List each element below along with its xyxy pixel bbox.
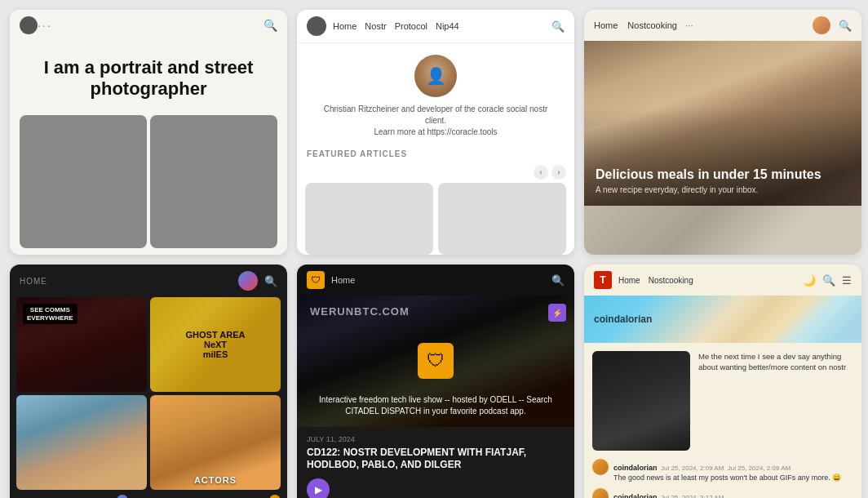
card-ghost-area: HOME 🔍 SEE COMMSEVERYWHERE GHOST AREANeX… (10, 265, 287, 498)
card5-play-row: ▶ (307, 478, 565, 498)
card2-articles-row (297, 183, 574, 255)
card2-featured-label: FEATURED ARTICLES (297, 145, 574, 162)
card4-images-grid: SEE COMMSEVERYWHERE GHOST AREANeXTmilES … (10, 297, 287, 493)
card5-werunbtc-text: WERUNBTC.COM (310, 305, 410, 318)
card6-comment2: coindalorian Jul 25, 2024, 3:12 AM (592, 488, 853, 498)
card2-topbar: Home Nostr Protocol Nip44 🔍 (297, 10, 574, 43)
card2-bio: Christian Ritzcheiner and developer of t… (313, 104, 558, 138)
card2-nav-arrows: ‹ › (297, 162, 574, 183)
card5-purple-badge: ⚡ (548, 304, 566, 322)
card3-nav-nostcooking[interactable]: Nostcooking (627, 20, 677, 30)
card4-topbar: HOME 🔍 (10, 265, 287, 297)
card6-nav: Home Nostcooking (618, 276, 693, 285)
card2-nav-nip44[interactable]: Nip44 (436, 21, 459, 31)
card3-dots[interactable]: ··· (685, 20, 693, 31)
card6-banner-title: coindalorian (594, 313, 652, 325)
card5-episode-date: JULY 11, 2024 (307, 435, 565, 443)
card6-comment1-text: The good news is at least my posts won't… (613, 474, 841, 483)
card2-arrow-right[interactable]: › (551, 165, 566, 180)
card3-topbar: Home Nostcooking ··· 🔍 (584, 10, 861, 41)
card5-hero-text: Interactive freedom tech live show -- ho… (307, 394, 565, 417)
card6-comment2-time-val: Jul 25, 2024, 3:12 AM (661, 494, 724, 498)
card5-topbar: 🛡 Home 🔍 (297, 265, 574, 296)
card2-nav-nostr[interactable]: Nostr (365, 21, 386, 31)
card3-bottom-thumb (584, 206, 861, 255)
card1-image-street (150, 115, 277, 248)
card4-woman-beach (16, 395, 147, 490)
card3-hero-text: Delicious meals in under 15 minutes A ne… (596, 167, 822, 194)
card4-home-label: HOME (20, 277, 47, 286)
card6-comments: coindalorian Jul 25, 2024, 2:09 AM Jul 2… (584, 459, 861, 498)
card4-dark-portrait: SEE COMMSEVERYWHERE (16, 297, 147, 392)
card4-logo-circle (238, 271, 258, 291)
card6-menu-icon[interactable]: ☰ (842, 274, 852, 287)
card4-ghost-sign: GHOST AREANeXTmilES (150, 297, 281, 392)
card6-comment1-avatar (592, 459, 609, 475)
card2-profile-section: 👤 Christian Ritzcheiner and developer of… (297, 43, 574, 145)
card5-play-btn[interactable]: ▶ (307, 478, 330, 498)
card3-hero-image: Delicious meals in under 15 minutes A ne… (584, 41, 861, 206)
card6-nav-home[interactable]: Home (618, 276, 640, 285)
card1-topbar: ··· 🔍 (10, 10, 287, 41)
card5-hero-desc: Interactive freedom tech live show -- ho… (307, 394, 565, 417)
card2-search-icon[interactable]: 🔍 (551, 20, 565, 33)
card2-avatar-face: 👤 (414, 55, 457, 97)
card5-shield-center: 🛡 (418, 343, 454, 379)
card4-astronauts: ACTORS (150, 395, 281, 490)
card2-thumb-snail[interactable] (438, 183, 566, 255)
card6-icons-row: 🌙 🔍 ☰ (803, 274, 852, 287)
card6-content-area: Me the next time I see a dev say anythin… (584, 343, 861, 459)
card2-nav-home[interactable]: Home (333, 21, 356, 31)
card1-image-flood (20, 115, 147, 248)
card1-images-row (10, 109, 287, 255)
card6-comment1-author: coindalorian (613, 464, 658, 472)
card3-nav-home[interactable]: Home (594, 20, 618, 30)
card6-comment1-time-val: Jul 25, 2024, 2:09 AM (728, 465, 790, 472)
card2-arrow-left[interactable]: ‹ (534, 165, 548, 180)
card6-comment2-avatar (592, 488, 609, 498)
card6-comment1-body: coindalorian Jul 25, 2024, 2:09 AM Jul 2… (613, 459, 841, 483)
card3-nav: Home Nostcooking (594, 20, 677, 30)
card1-search-icon[interactable]: 🔍 (264, 19, 277, 32)
card5-episode-title: CD122: NOSTR DEVELOPMENT WITH FIATJAF, H… (307, 447, 565, 472)
card-nostr-profile: Home Nostr Protocol Nip44 🔍 👤 Christian … (297, 10, 574, 255)
card2-nav-protocol[interactable]: Protocol (395, 21, 427, 31)
card5-home-label: Home (331, 275, 355, 285)
card2-big-avatar: 👤 (414, 55, 457, 97)
card4-author-dot1 (117, 495, 128, 498)
card4-search-icon[interactable]: 🔍 (264, 275, 277, 287)
card1-dots[interactable]: ··· (38, 19, 52, 32)
card6-comment1: coindalorian Jul 25, 2024, 2:09 AM Jul 2… (592, 459, 853, 483)
card5-bottom-section: JULY 11, 2024 CD122: NOSTR DEVELOPMENT W… (297, 427, 574, 498)
card6-search-icon[interactable]: 🔍 (822, 274, 835, 287)
card6-comment1-time: Jul 25, 2024, 2:09 AM (661, 465, 724, 472)
card-recipe: Home Nostcooking ··· 🔍 Delicious meals i… (584, 10, 861, 255)
card-werunbtc: 🛡 Home 🔍 WERUNBTC.COM 🛡 ⚡ Interactive fr… (297, 265, 574, 498)
card3-search-icon[interactable]: 🔍 (839, 20, 852, 32)
card1-avatar (20, 16, 38, 34)
card5-shield-logo: 🛡 (307, 271, 325, 289)
card4-ghost-text: GHOST AREANeXTmilES (183, 327, 249, 362)
card3-profile-mini (813, 16, 830, 34)
card2-profile-avatar (307, 16, 326, 36)
card5-search-icon[interactable]: 🔍 (551, 274, 565, 287)
card2-thumb-mountains[interactable] (305, 183, 433, 255)
card6-post-image (592, 351, 690, 451)
card4-timestamp-row: JUN 28, 2024, 9:37 AM JUN 28, 2024, 9:18… (10, 493, 287, 498)
card6-topbar: T Home Nostcooking 🌙 🔍 ☰ (584, 265, 861, 296)
card2-nav: Home Nostr Protocol Nip44 (333, 21, 545, 31)
card6-nav-nostcooking[interactable]: Nostcooking (649, 276, 693, 285)
card-photographer: ··· 🔍 I am a portrait and street photogr… (10, 10, 287, 255)
card6-comment2-body: coindalorian Jul 25, 2024, 3:12 AM (613, 488, 724, 498)
card6-banner: coindalorian (584, 296, 861, 343)
card6-logo-box: T (594, 271, 612, 289)
card4-author-dot2 (269, 495, 281, 498)
card5-hero-section: WERUNBTC.COM 🛡 ⚡ Interactive freedom tec… (297, 296, 574, 427)
card4-see-comms-badge: SEE COMMSEVERYWHERE (23, 304, 78, 324)
card3-hero-title: Delicious meals in under 15 minutes (596, 167, 822, 182)
card3-hero-subtitle: A new recipe everyday, directly in your … (596, 185, 822, 194)
card6-moon-icon[interactable]: 🌙 (803, 274, 816, 287)
card6-comment2-author: coindalorian (613, 493, 658, 498)
card1-headline: I am a portrait and street photographer (10, 41, 287, 109)
card4-actors-label: ACTORS (150, 475, 281, 485)
